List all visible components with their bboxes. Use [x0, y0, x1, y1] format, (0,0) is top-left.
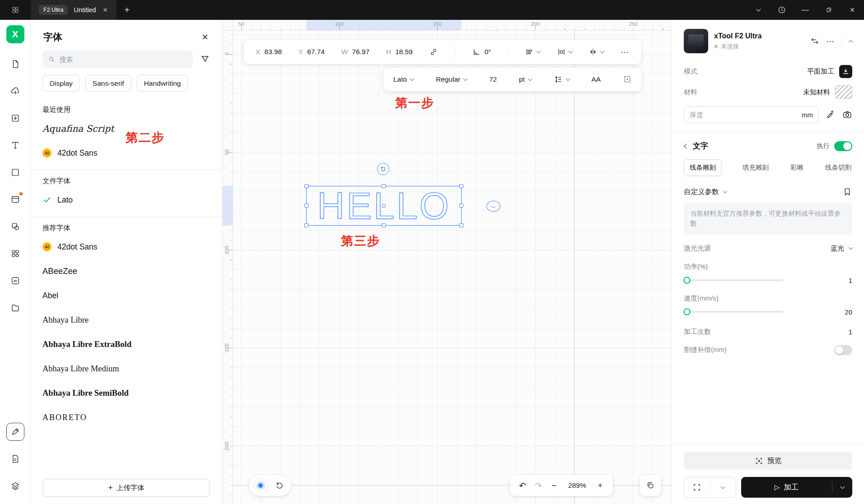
material-swatch[interactable]	[835, 85, 852, 99]
font-item[interactable]: Abhaya Libre ExtraBold	[42, 332, 210, 356]
font-family-select[interactable]: Lato	[393, 75, 414, 83]
canvas-grid[interactable]	[233, 31, 672, 504]
center-anchor-handle[interactable]	[382, 204, 386, 208]
passes-value[interactable]: 1	[849, 328, 852, 336]
zoom-in-icon[interactable]: +	[597, 481, 604, 490]
font-search-box[interactable]	[42, 51, 193, 68]
resize-handle-n[interactable]	[382, 184, 386, 188]
sidebar-item-import[interactable]	[6, 82, 24, 100]
sidebar-item-document[interactable]	[6, 450, 24, 468]
lock-ratio-icon[interactable]	[429, 47, 438, 56]
power-slider[interactable]	[684, 279, 783, 281]
font-size-field[interactable]: 72	[489, 75, 497, 83]
framing-dropdown[interactable]	[710, 477, 736, 497]
font-item[interactable]: Abhaya Libre Medium	[42, 356, 210, 381]
history-button[interactable]	[770, 0, 794, 20]
laser-source-select[interactable]: 蓝光	[831, 244, 852, 253]
font-item[interactable]: Abhaya Libre	[42, 308, 210, 332]
power-slider-thumb[interactable]	[683, 277, 690, 284]
font-item[interactable]: ABeeZee	[42, 259, 210, 283]
laser-position-button[interactable]	[253, 478, 268, 493]
undo-icon[interactable]: ↶	[519, 481, 526, 491]
mode-picker-button[interactable]	[839, 65, 852, 78]
align-dropdown[interactable]	[525, 47, 540, 56]
resize-handle-ne[interactable]	[459, 184, 463, 188]
custom-params-select[interactable]: 自定义参数	[684, 187, 727, 197]
sidebar-item-ai[interactable]: Ai	[6, 272, 24, 290]
material-value[interactable]: 未知材料	[803, 88, 830, 97]
thickness-input-box[interactable]: mm	[684, 106, 819, 123]
restore-button[interactable]	[817, 0, 841, 20]
process-button[interactable]: ▷ 加工	[741, 477, 852, 498]
resize-handle-w[interactable]	[304, 203, 308, 208]
letter-case-button[interactable]: AA	[591, 75, 601, 83]
speed-value[interactable]: 20	[845, 308, 852, 316]
text-frame-icon[interactable]	[623, 75, 632, 84]
switch-device-icon[interactable]	[810, 37, 819, 46]
selection-bounding-box[interactable]: HELLO	[306, 186, 462, 226]
tab-color-engrave[interactable]: 彩雕	[789, 160, 804, 176]
filter-icon[interactable]	[200, 54, 210, 64]
chip-display[interactable]: Display	[42, 75, 80, 92]
sidebar-item-canvas[interactable]	[6, 190, 24, 208]
sidebar-item-design-mode[interactable]	[6, 423, 24, 441]
xtool-logo[interactable]: X	[6, 25, 24, 43]
quick-edit-handle[interactable]	[486, 201, 500, 212]
preview-button[interactable]: 预览	[684, 452, 852, 470]
sidebar-item-boolean[interactable]	[6, 217, 24, 236]
font-item[interactable]: 42 42dot Sans	[42, 235, 210, 259]
font-item[interactable]: Abel	[42, 283, 210, 308]
font-item-selected[interactable]: Lato	[42, 188, 210, 212]
save-params-icon[interactable]	[842, 187, 852, 197]
execute-toggle[interactable]	[834, 141, 852, 151]
mode-value[interactable]: 平面加工	[807, 67, 834, 76]
flip-dropdown[interactable]	[588, 47, 604, 56]
tab-line-engrave[interactable]: 线条雕刻	[684, 159, 722, 176]
sidebar-item-files[interactable]	[6, 299, 24, 317]
minimize-button[interactable]: —	[794, 0, 817, 20]
rotate-handle[interactable]	[377, 163, 389, 175]
back-icon[interactable]	[684, 143, 689, 148]
sidebar-item-shapes[interactable]	[6, 163, 24, 181]
font-style-select[interactable]: Regular	[436, 75, 467, 83]
power-value[interactable]: 1	[849, 277, 852, 284]
close-tab-icon[interactable]: ×	[102, 5, 109, 15]
resize-handle-se[interactable]	[459, 223, 463, 227]
resize-handle-s[interactable]	[382, 223, 386, 227]
distribute-dropdown[interactable]	[557, 47, 572, 56]
framing-icon-area[interactable]	[684, 477, 710, 497]
close-window-button[interactable]: ×	[841, 0, 864, 20]
thickness-input[interactable]	[690, 111, 798, 119]
font-item[interactable]: Abhaya Libre SemiBold	[42, 381, 210, 405]
font-unit-select[interactable]: pt	[519, 75, 532, 83]
speed-slider[interactable]	[684, 311, 783, 313]
chip-sans-serif[interactable]: Sans-serif	[85, 75, 131, 92]
titlebar-dropdown-button[interactable]	[747, 0, 770, 20]
more-options-icon[interactable]: ⋯	[621, 47, 630, 57]
new-tab-button[interactable]: +	[117, 0, 137, 20]
tab-fill-engrave[interactable]: 填充雕刻	[742, 160, 770, 176]
upload-font-button[interactable]: + 上传字体	[42, 479, 210, 497]
reset-view-button[interactable]	[272, 478, 287, 493]
line-spacing-select[interactable]	[554, 75, 570, 84]
tab-line-cut[interactable]: 线条切割	[824, 160, 852, 176]
resize-handle-sw[interactable]	[304, 223, 308, 227]
eyedropper-icon[interactable]	[826, 110, 836, 120]
duplicate-button[interactable]	[640, 475, 661, 496]
resize-handle-nw[interactable]	[304, 184, 308, 188]
width-field[interactable]: W 76.97	[341, 48, 369, 56]
sidebar-item-insert[interactable]	[6, 109, 24, 127]
device-more-icon[interactable]: ⋯	[826, 36, 835, 46]
height-field[interactable]: H 18.59	[386, 48, 413, 56]
x-field[interactable]: X 83.98	[256, 48, 282, 56]
camera-icon[interactable]	[842, 110, 852, 120]
kerf-toggle[interactable]	[834, 345, 852, 355]
zoom-out-icon[interactable]: −	[551, 481, 558, 490]
collapse-panel-icon[interactable]	[849, 40, 853, 44]
font-search-input[interactable]	[60, 55, 187, 63]
resize-handle-e[interactable]	[459, 203, 463, 208]
process-main[interactable]: ▷ 加工	[741, 482, 832, 492]
sidebar-item-layers[interactable]	[6, 477, 24, 495]
font-item[interactable]: ABORETO	[42, 405, 210, 430]
app-menu-button[interactable]	[0, 0, 31, 20]
